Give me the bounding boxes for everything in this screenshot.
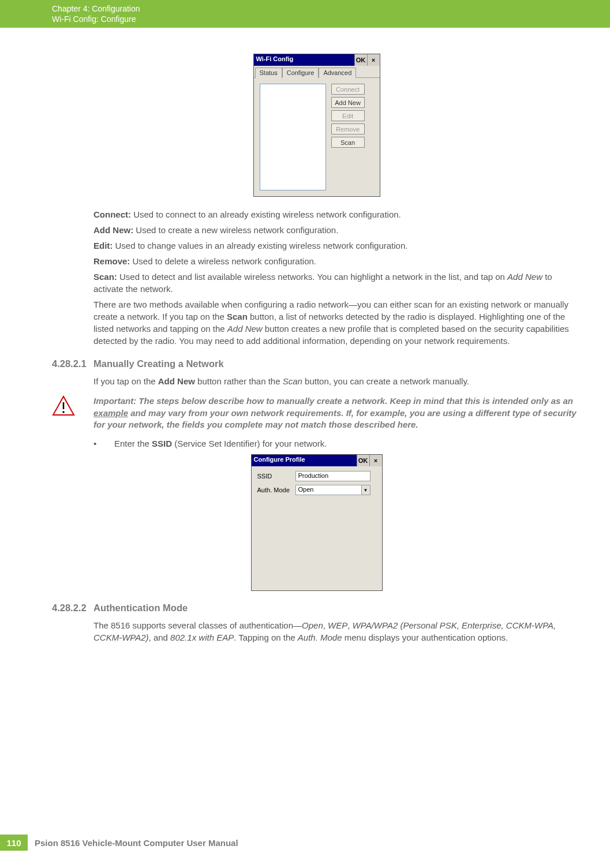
def-connect-text: Used to connect to an already existing w… xyxy=(131,209,401,219)
def-scan-label: Scan: xyxy=(93,272,117,282)
def-edit-label: Edit: xyxy=(93,241,113,250)
tab-advanced[interactable]: Advanced xyxy=(319,68,356,78)
bullet-marker: • xyxy=(93,439,114,448)
window-title-2: Configure Profile xyxy=(252,455,357,466)
important-t2: and may vary from your own network requi… xyxy=(93,408,577,429)
window-titlebar-2: Configure Profile OK × xyxy=(252,455,382,466)
edit-button[interactable]: Edit xyxy=(331,110,365,121)
authmode-value: Open xyxy=(295,485,361,495)
def-remove-label: Remove: xyxy=(93,256,130,266)
remove-button[interactable]: Remove xyxy=(331,124,365,134)
section-number: 4.28.2.1 xyxy=(52,358,93,369)
section-heading-manual: 4.28.2.1 Manually Creating a Network xyxy=(52,358,581,369)
def-remove-text: Used to delete a wireless network config… xyxy=(130,256,316,266)
section-title-text-2: Authentication Mode xyxy=(93,603,188,613)
important-note: Important: The steps below describe how … xyxy=(52,395,581,431)
ok-button-2[interactable]: OK xyxy=(357,455,369,466)
page-number: 110 xyxy=(0,835,28,851)
def-edit-text: Used to change values in an already exis… xyxy=(113,241,407,250)
ssid-input[interactable]: Production xyxy=(295,471,371,481)
ok-button[interactable]: OK xyxy=(354,54,367,66)
def-scan-text1: Used to detect and list available wirele… xyxy=(117,272,507,282)
chevron-down-icon[interactable]: ▼ xyxy=(361,485,371,495)
button-definitions: Connect: Used to connect to an already e… xyxy=(93,208,581,295)
network-list[interactable] xyxy=(260,84,326,190)
section-number-2: 4.28.2.2 xyxy=(52,603,93,613)
def-connect-label: Connect: xyxy=(93,209,131,219)
connect-button[interactable]: Connect xyxy=(331,84,365,95)
window-titlebar: Wi-Fi Config OK × xyxy=(254,54,380,66)
close-button-2[interactable]: × xyxy=(369,455,382,466)
manual-intro: If you tap on the Add New button rather … xyxy=(93,375,581,387)
window-title: Wi-Fi Config xyxy=(254,54,354,66)
authmode-label: Auth. Mode xyxy=(257,487,295,493)
section-heading-auth: 4.28.2.2 Authentication Mode xyxy=(52,603,581,613)
figure-configure-profile: Configure Profile OK × SSID Production A… xyxy=(52,454,581,591)
chapter-title: Chapter 4: Configuration xyxy=(52,3,610,14)
tab-status[interactable]: Status xyxy=(255,68,282,78)
methods-paragraph: There are two methods available when con… xyxy=(93,298,581,347)
close-button[interactable]: × xyxy=(367,54,380,66)
auth-paragraph: The 8516 supports several classes of aut… xyxy=(93,619,581,643)
ssid-label: SSID xyxy=(257,473,295,480)
bullet-ssid: • Enter the SSID (Service Set Identifier… xyxy=(93,439,581,448)
svg-point-2 xyxy=(62,411,65,414)
addnew-button[interactable]: Add New xyxy=(331,97,365,108)
page-header: Chapter 4: Configuration Wi-Fi Config: C… xyxy=(0,0,610,28)
important-t1: The steps below describe how to manually… xyxy=(136,396,573,406)
tabs: Status Configure Advanced xyxy=(254,66,380,78)
def-addnew-label: Add New: xyxy=(93,225,133,235)
authmode-dropdown[interactable]: Open ▼ xyxy=(295,485,371,495)
def-addnew-text: Used to create a new wireless network co… xyxy=(133,225,338,235)
warning-icon xyxy=(52,395,93,431)
figure-wifi-config: Wi-Fi Config OK × Status Configure Advan… xyxy=(52,54,581,197)
scan-button[interactable]: Scan xyxy=(331,137,365,148)
tab-configure[interactable]: Configure xyxy=(282,68,319,78)
page-footer: 110 Psion 8516 Vehicle-Mount Computer Us… xyxy=(0,835,610,851)
important-underline: example xyxy=(93,408,128,418)
manual-title: Psion 8516 Vehicle-Mount Computer User M… xyxy=(35,838,238,848)
section-title: Wi-Fi Config: Configure xyxy=(52,14,610,24)
def-scan-italic: Add New xyxy=(507,272,542,282)
section-title-text: Manually Creating a Network xyxy=(93,358,224,369)
important-label: Important: xyxy=(93,396,136,406)
